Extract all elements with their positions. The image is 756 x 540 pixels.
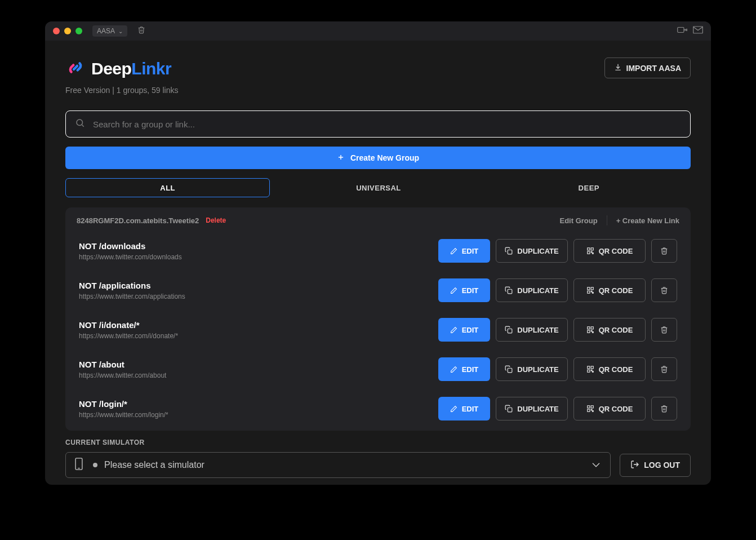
close-window-button[interactable] (53, 28, 60, 34)
titlebar-trash-button[interactable] (137, 26, 145, 36)
duplicate-button[interactable]: DUPLICATE (496, 318, 568, 342)
group-actions: Edit Group + Create New Link (559, 215, 679, 225)
version-text: Free Version | 1 groups, 59 links (65, 86, 179, 95)
link-info: NOT /i/donate/* https://www.twitter.com/… (79, 320, 178, 340)
duplicate-icon (505, 326, 513, 334)
svg-rect-2 (693, 26, 703, 33)
duplicate-label: DUPLICATE (517, 247, 558, 255)
edit-button[interactable]: EDIT (438, 278, 490, 302)
svg-rect-19 (508, 329, 513, 333)
trash-icon (660, 286, 668, 294)
svg-rect-10 (587, 251, 589, 254)
svg-rect-36 (592, 411, 593, 412)
trash-icon (660, 365, 668, 373)
simulator-label: CURRENT SIMULATOR (65, 439, 691, 446)
link-url: https://www.twitter.com/downloads (79, 253, 182, 261)
qr-icon (586, 247, 594, 255)
link-row: NOT /i/donate/* https://www.twitter.com/… (65, 310, 691, 349)
delete-link-button[interactable] (651, 397, 677, 421)
duplicate-button[interactable]: DUPLICATE (496, 357, 568, 381)
delete-link-button[interactable] (651, 239, 677, 263)
import-aasa-label: IMPORT AASA (626, 64, 681, 73)
create-group-button[interactable]: Create New Group (65, 147, 691, 169)
svg-rect-35 (591, 409, 592, 410)
svg-rect-28 (587, 370, 589, 372)
svg-point-3 (77, 119, 83, 126)
link-row: NOT /applications https://www.twitter.co… (65, 271, 691, 310)
status-dot-icon (93, 463, 97, 467)
qr-button[interactable]: QR CODE (573, 357, 646, 381)
header-row: DeepLinkr Free Version | 1 groups, 59 li… (65, 57, 691, 95)
svg-rect-13 (508, 289, 513, 294)
row-actions: EDIT DUPLICATE QR CODE (438, 278, 677, 302)
brand-part2: Linkr (131, 59, 171, 78)
delete-link-button[interactable] (651, 357, 677, 381)
duplicate-icon (505, 365, 513, 373)
svg-rect-26 (587, 366, 589, 369)
search-field[interactable] (65, 110, 691, 138)
duplicate-label: DUPLICATE (517, 365, 558, 374)
qr-button[interactable]: QR CODE (573, 239, 646, 263)
import-aasa-button[interactable]: IMPORT AASA (604, 57, 691, 78)
brand-block: DeepLinkr Free Version | 1 groups, 59 li… (65, 57, 179, 95)
link-title: NOT /about (79, 360, 166, 369)
tab-universal[interactable]: UNIVERSAL (277, 178, 480, 197)
logout-label: LOG OUT (644, 461, 680, 470)
pencil-icon (450, 326, 457, 334)
edit-button[interactable]: EDIT (438, 397, 490, 421)
record-icon[interactable] (677, 26, 687, 36)
logout-button[interactable]: LOG OUT (620, 454, 691, 477)
tab-universal-label: UNIVERSAL (356, 184, 401, 192)
edit-button[interactable]: EDIT (438, 318, 490, 342)
link-row: NOT /login/* https://www.twitter.com/log… (65, 389, 691, 428)
svg-rect-11 (591, 251, 592, 253)
tab-all[interactable]: ALL (65, 178, 270, 197)
duplicate-icon (505, 247, 513, 255)
link-info: NOT /applications https://www.twitter.co… (79, 281, 185, 300)
simulator-placeholder: Please select a simulator (104, 460, 204, 470)
svg-rect-23 (591, 330, 592, 331)
minimize-window-button[interactable] (64, 28, 71, 34)
trash-icon (660, 405, 668, 413)
svg-rect-15 (591, 287, 593, 290)
svg-rect-20 (587, 327, 589, 329)
duplicate-button[interactable]: DUPLICATE (496, 278, 568, 302)
search-input[interactable] (93, 119, 681, 129)
qr-button[interactable]: QR CODE (573, 278, 646, 302)
link-info: NOT /downloads https://www.twitter.com/d… (79, 241, 182, 261)
tab-deep[interactable]: DEEP (487, 178, 691, 197)
app-window: AASA ⌄ (45, 21, 711, 485)
edit-label: EDIT (462, 326, 479, 334)
link-row: NOT /about https://www.twitter.com/about… (65, 349, 691, 389)
aasa-menu[interactable]: AASA ⌄ (92, 25, 127, 37)
delete-link-button[interactable] (651, 318, 677, 342)
delete-link-button[interactable] (651, 278, 677, 302)
edit-button[interactable]: EDIT (438, 239, 490, 263)
create-group-label: Create New Group (350, 153, 419, 162)
tab-all-label: ALL (160, 184, 175, 192)
brand-part1: Deep (91, 59, 131, 78)
maximize-window-button[interactable] (75, 28, 82, 34)
trash-icon (660, 326, 668, 334)
group-id: 8248RGMF2D.com.atebits.Tweetie2 (77, 216, 199, 225)
edit-label: EDIT (462, 247, 479, 255)
qr-button[interactable]: QR CODE (573, 397, 646, 421)
delete-group-button[interactable]: Delete (206, 216, 226, 224)
logo-text: DeepLinkr (91, 59, 171, 78)
svg-rect-32 (587, 406, 589, 408)
pencil-icon (450, 287, 457, 294)
duplicate-button[interactable]: DUPLICATE (496, 397, 568, 421)
link-row: NOT /downloads https://www.twitter.com/d… (65, 231, 691, 271)
row-actions: EDIT DUPLICATE QR CODE (438, 397, 677, 421)
duplicate-button[interactable]: DUPLICATE (496, 239, 568, 263)
mail-icon[interactable] (693, 26, 703, 36)
simulator-select[interactable]: Please select a simulator (65, 452, 611, 478)
edit-button[interactable]: EDIT (438, 357, 490, 381)
create-link-button[interactable]: + Create New Link (616, 216, 679, 225)
qr-button[interactable]: QR CODE (573, 318, 646, 342)
link-title: NOT /login/* (79, 399, 168, 409)
edit-group-button[interactable]: Edit Group (559, 216, 597, 225)
svg-rect-27 (591, 366, 593, 369)
svg-rect-17 (591, 291, 592, 292)
group-header: 8248RGMF2D.com.atebits.Tweetie2 Delete E… (65, 207, 691, 231)
